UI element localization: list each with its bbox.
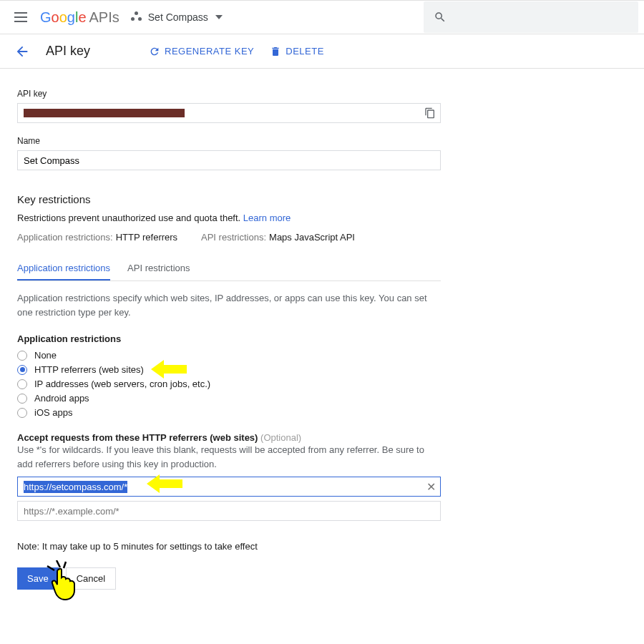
logo-apis-text: APIs — [89, 9, 119, 26]
content-area: API key Name Key restrictions Restrictio… — [0, 69, 458, 610]
name-input[interactable] — [17, 150, 441, 170]
apikey-redacted — [24, 109, 185, 117]
radio-group-title: Application restrictions — [17, 333, 441, 344]
cancel-button[interactable]: Cancel — [66, 567, 116, 590]
referrer-value: https://setcompass.com/* — [24, 481, 127, 493]
chevron-down-icon — [215, 15, 223, 19]
regenerate-key-button[interactable]: REGENERATE KEY — [149, 46, 254, 57]
restrictions-title: Key restrictions — [17, 193, 441, 205]
settings-note: Note: It may take up to 5 minutes for se… — [17, 541, 441, 552]
refresh-icon — [149, 46, 160, 57]
accept-referrers-help: Use *'s for wildcards. If you leave this… — [17, 443, 441, 471]
radio-android-apps[interactable]: Android apps — [17, 393, 441, 404]
restrictions-desc: Restrictions prevent unauthorized use an… — [17, 213, 441, 223]
page-title: API key — [46, 44, 90, 59]
tab-application-restrictions[interactable]: Application restrictions — [17, 257, 110, 280]
top-bar: Google APIs Set Compass — [0, 0, 644, 34]
restrictions-summary: Application restrictions:HTTP referrers … — [17, 232, 441, 243]
copy-icon[interactable] — [424, 107, 436, 119]
delete-button[interactable]: DELETE — [270, 46, 324, 57]
delete-label: DELETE — [286, 46, 324, 57]
apikey-label: API key — [17, 89, 441, 99]
radio-ip-addresses[interactable]: IP addresses (web servers, cron jobs, et… — [17, 379, 441, 389]
trash-icon — [270, 46, 281, 57]
app-restrictions-help: Application restrictions specify which w… — [17, 291, 441, 319]
annotation-arrow-icon — [151, 360, 187, 379]
sub-bar: API key REGENERATE KEY DELETE — [0, 34, 644, 69]
button-row: Save Cancel — [17, 567, 441, 590]
accept-referrers-label: Accept requests from these HTTP referrer… — [17, 432, 441, 443]
radio-icon — [17, 365, 27, 375]
restriction-tabs: Application restrictions API restriction… — [17, 257, 441, 281]
annotation-arrow-icon — [147, 474, 182, 493]
hamburger-menu-icon[interactable] — [14, 9, 31, 26]
back-arrow-icon[interactable] — [14, 44, 30, 59]
radio-icon — [17, 394, 27, 404]
google-apis-logo[interactable]: Google APIs — [40, 9, 119, 26]
regenerate-label: REGENERATE KEY — [165, 46, 254, 57]
referrer-new-input[interactable] — [17, 501, 441, 521]
referrer-input[interactable]: https://setcompass.com/* ✕ — [17, 477, 441, 497]
search-input[interactable] — [424, 1, 638, 33]
project-selector[interactable]: Set Compass — [131, 11, 223, 23]
learn-more-link[interactable]: Learn more — [243, 213, 291, 223]
tab-api-restrictions[interactable]: API restrictions — [127, 257, 190, 280]
save-button[interactable]: Save — [17, 567, 59, 590]
radio-icon — [17, 408, 27, 418]
radio-ios-apps[interactable]: iOS apps — [17, 407, 441, 418]
project-name: Set Compass — [148, 11, 208, 23]
project-dots-icon — [131, 11, 142, 23]
search-icon — [434, 11, 447, 24]
radio-icon — [17, 379, 27, 389]
svg-line-0 — [57, 560, 60, 567]
name-label: Name — [17, 136, 441, 146]
clear-icon[interactable]: ✕ — [426, 480, 436, 494]
apikey-field — [17, 103, 441, 123]
radio-none[interactable]: None — [17, 350, 441, 361]
radio-icon — [17, 351, 27, 361]
radio-http-referrers[interactable]: HTTP referrers (web sites) — [17, 364, 441, 375]
